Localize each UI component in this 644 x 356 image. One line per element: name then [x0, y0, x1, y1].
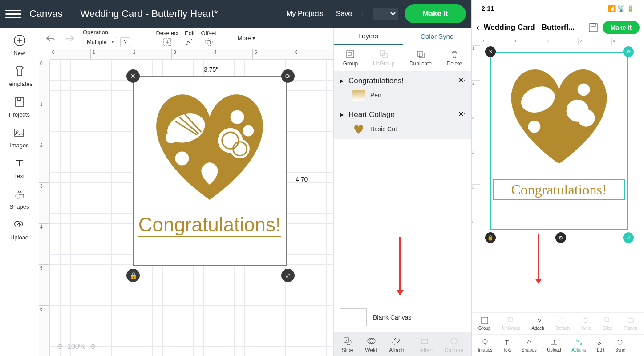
rail-images[interactable]: Images: [10, 126, 29, 149]
m-upload[interactable]: Upload: [547, 338, 561, 352]
layer-congrats[interactable]: ▸ Congratulations! 👁 Pen: [334, 72, 471, 105]
svg-rect-24: [344, 338, 348, 342]
layer-congrats-child[interactable]: Pen: [340, 85, 465, 101]
chevron-down-icon: [390, 12, 396, 16]
slice-button[interactable]: Slice: [341, 336, 353, 353]
deselect-button[interactable]: Deselect: [156, 30, 178, 47]
heart-collage-art[interactable]: [134, 77, 286, 212]
ruler-vertical: 0123456: [39, 60, 50, 356]
m-edit[interactable]: Edit: [597, 338, 605, 352]
m-resize-handle[interactable]: ⤢: [623, 232, 634, 243]
flatten-button: Flatten: [416, 336, 433, 353]
zoom-in-icon[interactable]: ⊕: [90, 342, 96, 351]
upload-icon: [13, 218, 25, 231]
desktop-app: Canvas Wedding Card - Butterfly Heart* M…: [0, 0, 472, 356]
svg-rect-38: [508, 317, 512, 321]
tab-colorsync[interactable]: Color Sync: [403, 28, 472, 45]
offset-icon: [204, 38, 213, 47]
resize-handle[interactable]: ⤢: [281, 269, 295, 282]
help-button[interactable]: ?: [120, 37, 130, 47]
rail-projects[interactable]: Projects: [9, 95, 30, 118]
heart-icon: [497, 59, 621, 170]
blank-canvas-row[interactable]: Blank Canvas: [334, 303, 471, 332]
save-link[interactable]: Save: [336, 10, 352, 18]
group-button[interactable]: Group: [343, 50, 358, 67]
zoom-out-icon[interactable]: ⊖: [57, 342, 63, 351]
edit-icon: [185, 38, 194, 47]
m-more-handle[interactable]: ⚙: [555, 232, 566, 243]
more-button[interactable]: More ▾: [238, 35, 255, 41]
selection-box[interactable]: Congratulations!: [133, 76, 287, 266]
image-icon: [13, 126, 25, 139]
rail-upload[interactable]: Upload: [10, 218, 28, 241]
mobile-make-it-button[interactable]: Make It: [603, 21, 640, 34]
mobile-selection[interactable]: Congratulations!: [490, 52, 628, 230]
canvas-area: Operation Multiple ? Deselect Edit Offs: [39, 28, 333, 356]
rail-shapes[interactable]: Shapes: [9, 187, 29, 210]
back-button[interactable]: ‹: [476, 22, 479, 32]
edit-button[interactable]: Edit: [185, 30, 194, 47]
offset-button[interactable]: Offset: [201, 30, 216, 47]
m-attach[interactable]: Attach: [532, 316, 544, 331]
svg-rect-21: [383, 53, 387, 58]
m-rotate-handle[interactable]: ⟳: [623, 46, 634, 57]
mobile-tools: Group UnGroup Attach Detach Weld Slice F…: [472, 312, 644, 356]
caret-down-icon[interactable]: ▸: [340, 76, 344, 85]
mobile-canvas[interactable]: 01234 123456 Congratulations! ✕ ⟳ 🔒 ⚙ ⤢: [472, 38, 644, 312]
svg-rect-31: [591, 24, 595, 26]
duplicate-button[interactable]: Duplicate: [409, 50, 432, 67]
m-l[interactable]: L: [636, 338, 638, 352]
make-it-button[interactable]: Make It: [405, 4, 466, 23]
layer-heart-child[interactable]: Basic Cut: [340, 119, 465, 134]
slice-icon: [343, 336, 352, 345]
close-handle[interactable]: ✕: [126, 69, 140, 83]
rail-text[interactable]: Text: [13, 157, 26, 179]
visibility-icon[interactable]: 👁: [458, 77, 465, 85]
user-menu[interactable]: [373, 8, 398, 20]
svg-rect-19: [348, 52, 351, 55]
delete-button[interactable]: Delete: [447, 50, 462, 67]
m-close-handle[interactable]: ✕: [485, 46, 496, 57]
tab-layers[interactable]: Layers: [334, 28, 403, 45]
m-group[interactable]: Group: [478, 316, 491, 331]
m-sync[interactable]: Sync: [615, 338, 625, 352]
svg-rect-28: [421, 339, 428, 344]
caret-down-icon[interactable]: ▸: [340, 110, 344, 119]
layer-heart[interactable]: ▸ Heart Collage 👁 Basic Cut: [334, 105, 471, 139]
rail-templates[interactable]: Templates: [6, 65, 32, 87]
lock-handle[interactable]: 🔒: [126, 269, 140, 282]
ruler-horizontal: 0123456: [50, 49, 333, 60]
m-detach: Detach: [556, 316, 570, 331]
m-ruler-v: 123456: [472, 45, 480, 312]
attach-button[interactable]: Attach: [389, 336, 404, 353]
operation-select[interactable]: Multiple: [83, 37, 117, 47]
rail-new[interactable]: New: [13, 34, 26, 57]
mobile-header: ‹ Wedding Card - Butterfl... Make It: [472, 17, 644, 38]
plus-circle-icon: [13, 34, 26, 47]
visibility-icon[interactable]: 👁: [458, 110, 465, 119]
rotate-handle[interactable]: ⟳: [281, 69, 295, 83]
svg-rect-30: [589, 24, 597, 32]
svg-point-26: [368, 338, 373, 344]
m-images[interactable]: Images: [478, 338, 493, 352]
mobile-congrats[interactable]: Congratulations!: [493, 179, 625, 200]
weld-button[interactable]: Weld: [365, 336, 377, 353]
m-shapes[interactable]: Shapes: [522, 338, 537, 352]
annotation-arrow: [399, 237, 401, 295]
menu-icon[interactable]: [5, 6, 21, 22]
my-projects-link[interactable]: My Projects: [286, 10, 324, 18]
m-text[interactable]: Text: [503, 338, 511, 352]
svg-point-15: [243, 125, 254, 136]
save-icon[interactable]: [588, 23, 598, 32]
undo-button[interactable]: [44, 32, 57, 45]
mobile-heart-art[interactable]: [491, 53, 627, 176]
weld-icon: [367, 336, 376, 345]
canvas-viewport[interactable]: 0123456 0123456 3.75" 4.70: [39, 49, 333, 356]
m-lock-handle[interactable]: 🔒: [485, 232, 496, 243]
svg-point-27: [370, 338, 375, 344]
m-actions[interactable]: Actions: [571, 338, 586, 352]
congrats-text[interactable]: Congratulations!: [134, 212, 286, 241]
operation-group: Operation Multiple ?: [83, 29, 130, 47]
redo-button[interactable]: [63, 32, 77, 45]
zoom-control[interactable]: ⊖ 100% ⊕: [57, 342, 96, 351]
